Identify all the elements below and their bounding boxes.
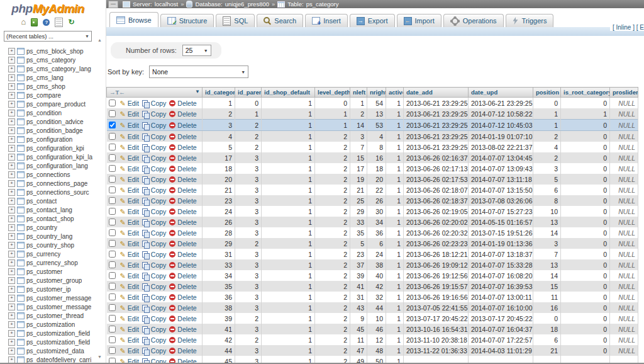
sidebar-item[interactable]: +ps_configuration_lang (0, 161, 96, 170)
edit-link[interactable]: ✎Edit (120, 110, 139, 118)
row-checkbox[interactable] (109, 326, 116, 333)
delete-link[interactable]: Delete (169, 358, 196, 363)
sort-by-key-select[interactable]: None ▼ (149, 65, 248, 78)
edit-link[interactable]: ✎Edit (120, 122, 139, 129)
copy-link[interactable]: Copy (142, 336, 167, 344)
row-checkbox[interactable] (109, 100, 116, 106)
sidebar-item[interactable]: +ps_currency (0, 249, 96, 258)
row-checkbox[interactable] (109, 261, 116, 268)
sidebar-item[interactable]: +ps_country (0, 223, 96, 232)
sidebar-item[interactable]: +ps_country_shop (0, 241, 96, 249)
delete-link[interactable]: Delete (169, 133, 196, 140)
breadcrumb-database-link[interactable]: uniqje6_pres800 (225, 1, 269, 8)
sidebar-item[interactable]: +ps_customer_group (0, 276, 96, 285)
sidebar-item[interactable]: +ps_configuration_kpi_la (0, 152, 96, 161)
tab-browse[interactable]: Browse (109, 12, 158, 27)
home-icon[interactable]: ⌂ (21, 18, 26, 26)
edit-link[interactable]: ✎Edit (120, 229, 139, 237)
row-checkbox[interactable] (109, 347, 116, 354)
row-checkbox[interactable] (109, 229, 116, 236)
column-header-active[interactable]: active (386, 88, 404, 98)
row-checkbox[interactable] (109, 110, 116, 117)
column-header-position[interactable]: position (533, 88, 561, 98)
breadcrumb-server-link[interactable]: localhost (155, 1, 179, 8)
sidebar-item[interactable]: +ps_customer_ip (0, 285, 96, 293)
sidebar-item[interactable]: +ps_contact_shop (0, 214, 96, 223)
copy-link[interactable]: Copy (142, 100, 167, 107)
sidebar-item[interactable]: +ps_dateofdelivery_carri (0, 355, 96, 364)
sidebar-item[interactable]: +ps_customization_field (0, 329, 96, 338)
scroll-up-icon[interactable]: ▲ (97, 38, 102, 42)
sidebar-item[interactable]: +ps_customization_field (0, 338, 96, 346)
delete-link[interactable]: Delete (169, 208, 196, 215)
row-checkbox[interactable] (109, 197, 116, 204)
expand-icon[interactable]: + (8, 215, 15, 222)
tab-structure[interactable]: Structure (160, 14, 214, 27)
edit-link[interactable]: ✎Edit (120, 293, 139, 301)
header-dropdown-icon[interactable]: ▼ (195, 89, 200, 94)
expand-icon[interactable]: + (8, 330, 15, 337)
sidebar-item[interactable]: +ps_configuration (0, 135, 96, 144)
copy-link[interactable]: Copy (142, 315, 167, 322)
delete-link[interactable]: Delete (169, 110, 196, 118)
sidebar-item[interactable]: +ps_cms_block_shop (0, 47, 96, 55)
sidebar-item[interactable]: +ps_condition (0, 108, 96, 117)
delete-link[interactable]: Delete (169, 229, 196, 237)
copy-link[interactable]: Copy (142, 208, 167, 215)
tab-search[interactable]: Search (257, 14, 303, 27)
sidebar-item[interactable]: +ps_compare (0, 91, 96, 100)
column-header-date_add[interactable]: date_add (404, 88, 469, 98)
delete-link[interactable]: Delete (169, 144, 196, 151)
row-checkbox[interactable] (109, 251, 116, 258)
sidebar-item[interactable]: +ps_country_lang (0, 232, 96, 241)
row-checkbox[interactable] (109, 304, 116, 311)
row-checkbox[interactable] (109, 122, 116, 128)
expand-icon[interactable]: + (8, 295, 15, 302)
edit-link[interactable]: ✎Edit (120, 326, 139, 333)
copy-link[interactable]: Copy (142, 154, 167, 162)
expand-icon[interactable]: + (8, 207, 15, 213)
expand-icon[interactable]: + (8, 154, 15, 161)
recent-tables-select[interactable]: (Recent tables) ... ▼ (4, 31, 92, 42)
copy-link[interactable]: Copy (142, 144, 167, 151)
tab-insert[interactable]: Insert (305, 14, 348, 27)
column-header-date_upd[interactable]: date_upd (469, 88, 533, 98)
logout-icon[interactable] (31, 18, 38, 26)
expand-icon[interactable]: + (8, 92, 15, 99)
sidebar-item[interactable]: +ps_contact (0, 196, 96, 205)
row-checkbox[interactable] (109, 283, 116, 290)
expand-icon[interactable]: + (8, 101, 15, 108)
expand-icon[interactable]: + (8, 286, 15, 293)
row-checkbox[interactable] (109, 315, 116, 322)
copy-link[interactable]: Copy (142, 165, 167, 173)
sidebar-item[interactable]: +ps_condition_advice (0, 117, 96, 126)
copy-link[interactable]: Copy (142, 326, 167, 333)
row-checkbox[interactable] (109, 186, 116, 193)
sidebar-item[interactable]: +ps_customer_message (0, 302, 96, 311)
expand-icon[interactable]: + (8, 145, 15, 152)
delete-link[interactable]: Delete (169, 336, 196, 344)
documentation-icon[interactable] (55, 18, 63, 27)
sidebar-item[interactable]: +ps_currency_shop (0, 258, 96, 267)
copy-link[interactable]: Copy (142, 272, 167, 280)
column-header-id_category[interactable]: id_category (203, 88, 235, 98)
sidebar-item[interactable]: +ps_connections_sourc (0, 188, 96, 196)
expand-icon[interactable]: + (8, 136, 15, 143)
expand-icon[interactable]: + (8, 251, 15, 258)
nav-scrollbar[interactable]: ▲ ▼ (96, 0, 106, 364)
expand-icon[interactable]: + (8, 356, 15, 363)
delete-link[interactable]: Delete (169, 251, 196, 258)
expand-icon[interactable]: + (8, 118, 15, 125)
edit-link[interactable]: ✎Edit (120, 186, 139, 194)
delete-link[interactable]: Delete (169, 326, 196, 333)
expand-icon[interactable]: + (8, 259, 15, 266)
tab-import[interactable]: Import (397, 14, 441, 27)
row-checkbox[interactable] (109, 219, 116, 225)
edit-link[interactable]: ✎Edit (120, 251, 139, 258)
expand-icon[interactable]: + (8, 171, 15, 178)
expand-icon[interactable]: + (8, 268, 15, 275)
expand-icon[interactable]: + (8, 110, 15, 117)
expand-icon[interactable]: + (8, 180, 15, 187)
expand-icon[interactable]: + (8, 321, 15, 328)
copy-link[interactable]: Copy (142, 251, 167, 258)
